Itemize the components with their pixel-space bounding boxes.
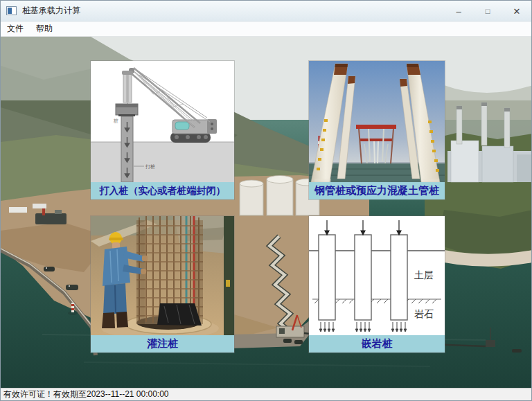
close-icon: ✕ bbox=[513, 6, 521, 17]
maximize-icon: □ bbox=[486, 7, 490, 15]
background-photo bbox=[1, 37, 532, 389]
caption-driven-pile: 打入桩（实心或者桩端封闭） bbox=[91, 182, 234, 199]
app-icon-glyph bbox=[8, 8, 12, 14]
caption-cast-in-place-pile: 灌注桩 bbox=[91, 335, 234, 353]
rock-socketed-pile-diagram: 土层 岩石 bbox=[309, 216, 445, 335]
titlebar: 桩基承载力计算 – □ ✕ bbox=[1, 1, 531, 21]
plastic-sheet bbox=[157, 303, 202, 326]
menu-help[interactable]: 帮助 bbox=[30, 21, 59, 37]
cast-in-place-pile-photo bbox=[91, 216, 234, 335]
main-area: 桩 打桩 打入桩（实心或者桩端封闭） bbox=[1, 37, 532, 389]
caption-rock-socketed-pile: 嵌岩桩 bbox=[309, 335, 445, 353]
pile-label: 桩 bbox=[113, 118, 118, 123]
menu-file[interactable]: 文件 bbox=[1, 21, 30, 37]
license-status: 有效许可证！有效期至2023--11--21 00:00:00 bbox=[1, 389, 169, 400]
driven-pile-diagram: 桩 打桩 bbox=[91, 61, 234, 182]
window-title: 桩基承载力计算 bbox=[22, 5, 80, 17]
storage-tanks bbox=[240, 176, 319, 216]
panel-rock-socketed-pile[interactable]: 土层 岩石 嵌岩桩 bbox=[309, 216, 445, 353]
diagram-ground bbox=[91, 142, 234, 182]
minimize-icon: – bbox=[456, 6, 461, 17]
maximize-button[interactable]: □ bbox=[473, 1, 502, 21]
menubar: 文件 帮助 bbox=[1, 21, 531, 37]
piles bbox=[319, 235, 407, 320]
app-icon bbox=[6, 6, 17, 15]
panel-driven-pile[interactable]: 桩 打桩 打入桩（实心或者桩端封闭） bbox=[91, 61, 234, 199]
close-button[interactable]: ✕ bbox=[502, 1, 531, 21]
window-controls: – □ ✕ bbox=[444, 1, 531, 21]
rock-label: 岩石 bbox=[414, 308, 434, 319]
steel-pipe-pile-photo bbox=[309, 61, 445, 182]
app-window: 桩基承载力计算 – □ ✕ 文件 帮助 bbox=[0, 0, 532, 401]
soil-layer-label: 土层 bbox=[414, 269, 434, 280]
minimize-button[interactable]: – bbox=[444, 1, 473, 21]
panel-cast-in-place-pile[interactable]: 灌注桩 bbox=[91, 216, 234, 353]
statusbar: 有效许可证！有效期至2023--11--21 00:00:00 bbox=[1, 388, 531, 400]
panel-steel-pipe-pile[interactable]: 钢管桩或预应力混凝土管桩 bbox=[309, 61, 445, 199]
driving-label: 打桩 bbox=[145, 163, 155, 170]
caption-steel-pipe-pile: 钢管桩或预应力混凝土管桩 bbox=[309, 182, 445, 199]
